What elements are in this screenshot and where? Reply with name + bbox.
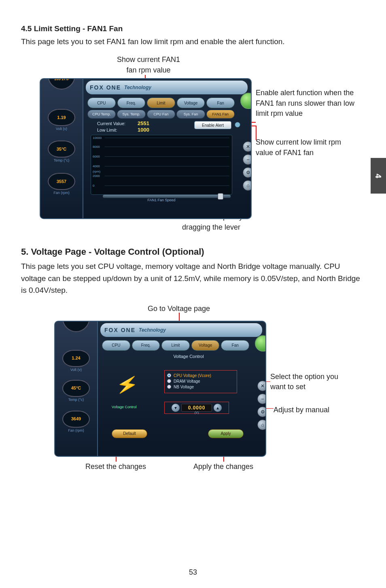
brand-bar: FOX ONE Technology [86, 81, 248, 94]
option-cpu-voltage[interactable]: CPU Voltage (Vcore) [167, 373, 234, 378]
voltage-options: CPU Voltage (Vcore) DRAM Voltage NB Volt… [164, 370, 237, 393]
gauge-fan-label: Fan (rpm) [56, 428, 96, 432]
gauge-temp-label: Temp (°c) [56, 398, 96, 402]
tab-fan[interactable]: Fan [206, 98, 235, 108]
anno-enable-alert: Enable alert function when the FAN1 fan … [256, 88, 357, 119]
screenshot-fan1: 2870.0 MHz 205 17.0 1.19 Volt (v) 35°C T… [40, 78, 252, 219]
gauge-volt-label: Volt (v) [56, 368, 96, 372]
tab-fan[interactable]: Fan [221, 340, 249, 351]
green-orb-icon[interactable] [255, 335, 266, 352]
minimize-icon[interactable]: – [257, 394, 266, 404]
tab-cpu[interactable]: CPU [87, 98, 116, 108]
close-icon[interactable]: ✕ [243, 141, 252, 152]
section-4-5-text: This page lets you to set FAN1 fan low l… [21, 36, 365, 47]
y-tick: 4000 [93, 164, 100, 168]
brand-tech: Technology [139, 327, 166, 333]
leader-line [256, 126, 257, 140]
step-unit: (V) [165, 411, 229, 414]
home-icon[interactable]: ⌂ [257, 420, 266, 430]
tab-freq[interactable]: Freq. [117, 98, 146, 108]
brand-tech: Technology [124, 85, 151, 90]
brand-bar: FOX ONE Technology [100, 323, 262, 337]
voltage-panel-title: Voltage Control [136, 354, 241, 359]
y-axis-label: (rpm) [93, 170, 100, 173]
main-tabs: CPU Freq. Limit Voltage Fan [102, 340, 249, 351]
gauge-temp: 45°C [62, 380, 90, 397]
lightning-icon: ⚡ [113, 372, 141, 404]
brand-logo: FOX ONE [90, 84, 121, 91]
gauge-freq: 2870.0 MHz 205 17.0 [48, 78, 75, 89]
tab-freq[interactable]: Freq. [132, 340, 160, 351]
brand-logo: FOX ONE [104, 327, 136, 333]
anno-apply: Apply the changes [183, 462, 264, 472]
anno-select-option: Select the option you want to set [270, 372, 351, 392]
tab-voltage[interactable]: Voltage [177, 98, 205, 108]
tab-cpu[interactable]: CPU [102, 340, 130, 351]
section-4-5-title: 4.5 Limit Setting - FAN1 Fan [21, 24, 365, 33]
option-dram-voltage[interactable]: DRAM Voltage [167, 379, 234, 383]
fan-chart: 10000 8000 6000 (rpm) 4000 2000 0 [91, 135, 232, 195]
default-button[interactable]: Default [112, 429, 147, 438]
home-icon[interactable]: ⌂ [243, 180, 252, 191]
main-tabs: CPU Freq. Limit Voltage Fan [87, 98, 235, 108]
gauge-volt: 1.24 [62, 350, 90, 367]
enable-alert-checkbox[interactable] [235, 122, 240, 128]
subtab-fan1[interactable]: FAN1 Fan [206, 110, 235, 119]
figure-voltage: Go to Voltage page Select the option you… [21, 304, 361, 486]
voltage-stepper: ▾ 0.0000 ▴ (V) [164, 402, 229, 414]
gauge-fan: 3557 [48, 173, 75, 190]
y-tick: 2000 [93, 174, 100, 178]
anno-reset: Reset the changes [75, 462, 156, 472]
radio-icon [167, 379, 171, 383]
gauge-temp: 35°C [48, 141, 75, 158]
option-nb-voltage[interactable]: NB Voltage [167, 385, 234, 389]
gauge-fan: 3649 [62, 411, 90, 428]
sub-tabs: CPU Temp. Sys. Temp. CPU Fan Sys. Fan FA… [87, 110, 235, 119]
chapter-side-tab: 4 [371, 158, 386, 194]
anno-adjust-manual: Adjust by manual [274, 405, 354, 415]
low-limit-label: Low Limit: [97, 128, 117, 132]
gauge-freq: 2870.0 205 17.0 [62, 321, 90, 332]
current-value: 2551 [138, 120, 149, 126]
gauge-column: 2870.0 205 17.0 1.24 Volt (v) 45°C Temp … [55, 321, 98, 457]
anno-current-fan1: Show current FAN1 fan rpm value [102, 55, 195, 75]
gauge-column: 2870.0 MHz 205 17.0 1.19 Volt (v) 35°C T… [40, 78, 83, 219]
apply-button[interactable]: Apply [208, 429, 244, 438]
gauge-volt-label: Volt (v) [41, 127, 82, 131]
green-orb-icon[interactable] [240, 93, 252, 109]
section-5-text: This page lets you set CPU voltage, memo… [21, 260, 365, 296]
y-tick: 6000 [93, 155, 100, 158]
radio-icon [167, 385, 171, 389]
tab-voltage[interactable]: Voltage [191, 340, 220, 351]
y-tick: 10000 [93, 136, 102, 140]
subtab-sysfan[interactable]: Sys. Fan [176, 110, 205, 119]
current-value-label: Current Value: [97, 121, 125, 126]
low-limit-value: 1000 [138, 127, 149, 133]
section-5-title: 5. Voltage Page - Voltage Control (Optio… [21, 247, 365, 257]
y-tick: 8000 [93, 145, 100, 149]
close-icon[interactable]: ✕ [257, 381, 266, 391]
page-number: 53 [0, 568, 386, 577]
chart-title: FAN1 Fan Speed [91, 198, 232, 202]
tab-limit[interactable]: Limit [161, 340, 190, 351]
subtab-cputemp[interactable]: CPU Temp. [87, 110, 116, 119]
subtab-systemp[interactable]: Sys. Temp. [117, 110, 145, 119]
figure-fan1-limit: Show current FAN1 fan rpm value Enable a… [21, 57, 361, 235]
y-tick: 0 [93, 184, 94, 187]
voltage-side-label: Voltage Control [112, 405, 137, 409]
low-limit-slider[interactable] [103, 195, 231, 198]
screenshot-voltage: 2870.0 205 17.0 1.24 Volt (v) 45°C Temp … [54, 321, 266, 457]
enable-alert-button[interactable]: Enable Alert [194, 121, 231, 129]
gauge-fan-label: Fan (rpm) [41, 191, 82, 195]
anno-low-limit: Show current low limit rpm value of FAN1… [256, 137, 357, 158]
gauge-volt: 1.19 [48, 109, 75, 126]
settings-icon[interactable]: ⚙ [257, 407, 266, 417]
settings-icon[interactable]: ⚙ [243, 167, 252, 178]
tab-limit[interactable]: Limit [147, 98, 175, 108]
subtab-cpufan[interactable]: CPU Fan [147, 110, 175, 119]
minimize-icon[interactable]: – [243, 154, 252, 165]
radio-icon [167, 373, 171, 377]
gauge-temp-label: Temp (°c) [41, 158, 82, 162]
